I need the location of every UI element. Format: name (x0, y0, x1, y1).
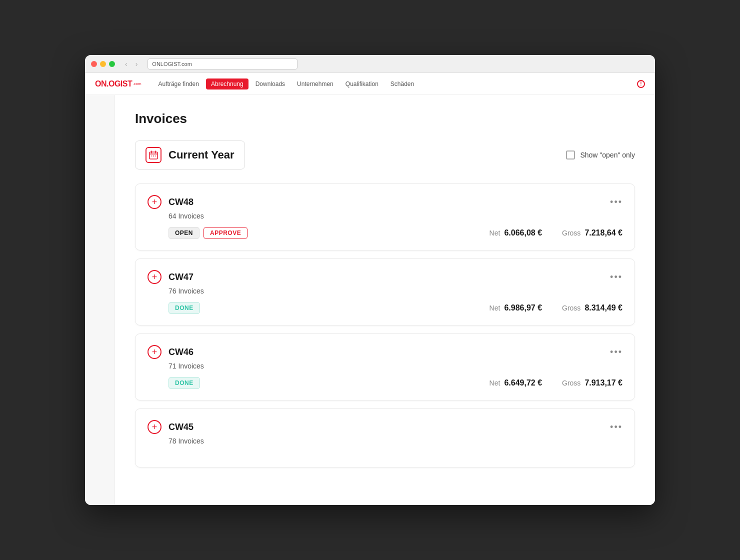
badge-approve-cw48[interactable]: APPROVE (204, 227, 248, 239)
status-badges-cw47: DONE (168, 302, 200, 314)
invoice-card-cw47: + CW47 ••• 76 Invoices DONE Net (135, 258, 635, 326)
more-btn-cw47[interactable]: ••• (610, 272, 622, 282)
net-label-cw47: Net (490, 304, 500, 312)
badge-done-cw46: DONE (168, 377, 200, 389)
card-header-cw47: + CW47 ••• (148, 270, 622, 284)
sidebar (85, 95, 115, 505)
net-value-cw48: 6.066,08 € (504, 228, 542, 238)
net-amount-cw46: Net 6.649,72 € (490, 378, 542, 388)
alert-icon[interactable]: ! (637, 80, 645, 88)
show-open-only-label: Show "open" only (580, 151, 635, 159)
expand-btn-cw47[interactable]: + (148, 270, 162, 284)
amounts-cw46: Net 6.649,72 € Gross 7.913,17 € (490, 378, 622, 388)
gross-label-cw46: Gross (562, 379, 580, 387)
browser-titlebar: ‹ › ONLOGIST.com (85, 55, 655, 73)
invoice-card-cw45: + CW45 ••• 78 Invoices (135, 408, 635, 468)
show-open-only[interactable]: Show "open" only (566, 150, 635, 160)
address-bar[interactable]: ONLOGIST.com (148, 58, 298, 70)
gross-value-cw46: 7.913,17 € (584, 378, 622, 388)
expand-btn-cw46[interactable]: + (148, 345, 162, 359)
net-value-cw47: 6.986,97 € (504, 304, 542, 312)
gross-value-cw48: 7.218,64 € (584, 228, 622, 238)
maximize-button[interactable] (109, 61, 115, 67)
svg-point-6 (155, 156, 156, 156)
cw45-title: CW45 (168, 422, 194, 432)
badge-done-cw47: DONE (168, 302, 200, 314)
logo-text: ON.OGIST (95, 80, 132, 88)
more-btn-cw45[interactable]: ••• (610, 422, 622, 432)
gross-label-cw48: Gross (562, 229, 580, 237)
invoice-list: + CW48 ••• 64 Invoices OPEN APPROVE (135, 184, 635, 468)
gross-label-cw47: Gross (562, 304, 580, 312)
open-only-checkbox[interactable] (566, 150, 575, 160)
amounts-cw48: Net 6.066,08 € Gross 7.218,64 € (490, 228, 622, 238)
close-button[interactable] (91, 61, 97, 67)
brand-logo: ON.OGIST .com (95, 80, 142, 88)
filter-bar: Current Year Show "open" only (135, 140, 635, 170)
card-header-left-cw47: + CW47 (148, 270, 194, 284)
address-text: ONLOGIST.com (152, 61, 192, 67)
net-amount-cw48: Net 6.066,08 € (490, 228, 542, 238)
card-header-cw46: + CW46 ••• (148, 345, 622, 359)
gross-amount-cw48: Gross 7.218,64 € (562, 228, 622, 238)
expand-btn-cw48[interactable]: + (148, 195, 162, 209)
gross-value-cw47: 8.314,49 € (584, 304, 622, 312)
card-header-left-cw45: + CW45 (148, 420, 194, 434)
logo-sub: .com (132, 82, 141, 86)
page-title: Invoices (135, 111, 635, 126)
card-header-cw48: + CW48 ••• (148, 195, 622, 209)
nav-links: Aufträge finden Abrechnung Downloads Unt… (154, 78, 420, 90)
nav-downloads[interactable]: Downloads (250, 78, 290, 90)
amounts-cw47: Net 6.986,97 € Gross 8.314,49 € (490, 304, 622, 312)
nav-unternehmen[interactable]: Unternehmen (292, 78, 338, 90)
nav-back[interactable]: ‹ (123, 59, 130, 69)
card-footer-cw46: DONE Net 6.649,72 € Gross 7.913,17 € (168, 377, 622, 389)
net-label-cw46: Net (490, 379, 500, 387)
cw47-count: 76 Invoices (168, 287, 622, 295)
card-footer-cw48: OPEN APPROVE Net 6.066,08 € Gross 7.218,… (168, 227, 622, 239)
cw48-title: CW48 (168, 197, 194, 208)
main-content: Invoices Curr (115, 95, 655, 505)
invoice-card-cw46: + CW46 ••• 71 Invoices DONE Net (135, 334, 635, 400)
gross-amount-cw47: Gross 8.314,49 € (562, 304, 622, 312)
card-header-left-cw46: + CW46 (148, 345, 194, 359)
svg-point-4 (152, 156, 152, 156)
status-badges-cw48: OPEN APPROVE (168, 227, 248, 239)
cw48-count: 64 Invoices (168, 212, 622, 220)
nav-schaeden[interactable]: Schäden (386, 78, 419, 90)
cw46-title: CW46 (168, 347, 194, 358)
more-btn-cw48[interactable]: ••• (610, 197, 622, 208)
card-header-cw45: + CW45 ••• (148, 420, 622, 434)
browser-window: ‹ › ONLOGIST.com ON.OGIST .com Aufträge … (85, 55, 655, 505)
card-header-left-cw48: + CW48 (148, 195, 194, 209)
net-amount-cw47: Net 6.986,97 € (490, 304, 542, 312)
nav-abrechnung[interactable]: Abrechnung (206, 78, 248, 90)
nav-forward[interactable]: › (134, 59, 140, 69)
nav-qualifikation[interactable]: Qualifikation (340, 78, 384, 90)
svg-point-5 (153, 156, 154, 156)
nav-right: ! (637, 80, 645, 88)
invoice-card-cw48: + CW48 ••• 64 Invoices OPEN APPROVE (135, 184, 635, 250)
badge-open-cw48: OPEN (168, 227, 200, 239)
minimize-button[interactable] (100, 61, 106, 67)
cw47-title: CW47 (168, 272, 194, 282)
gross-amount-cw46: Gross 7.913,17 € (562, 378, 622, 388)
calendar-icon (146, 147, 162, 163)
card-footer-cw47: DONE Net 6.986,97 € Gross 8.314,49 € (168, 302, 622, 314)
cw45-count: 78 Invoices (168, 437, 622, 445)
cw46-count: 71 Invoices (168, 362, 622, 370)
year-label: Current Year (168, 148, 234, 162)
app-body: Invoices Curr (85, 95, 655, 505)
more-btn-cw46[interactable]: ••• (610, 347, 622, 358)
app-navbar: ON.OGIST .com Aufträge finden Abrechnung… (85, 73, 655, 95)
nav-auftraege[interactable]: Aufträge finden (154, 78, 204, 90)
year-selector[interactable]: Current Year (135, 140, 245, 170)
browser-nav: ‹ › (123, 59, 140, 69)
traffic-lights (91, 61, 115, 67)
net-label-cw48: Net (490, 229, 500, 237)
expand-btn-cw45[interactable]: + (148, 420, 162, 434)
status-badges-cw46: DONE (168, 377, 200, 389)
net-value-cw46: 6.649,72 € (504, 378, 542, 388)
